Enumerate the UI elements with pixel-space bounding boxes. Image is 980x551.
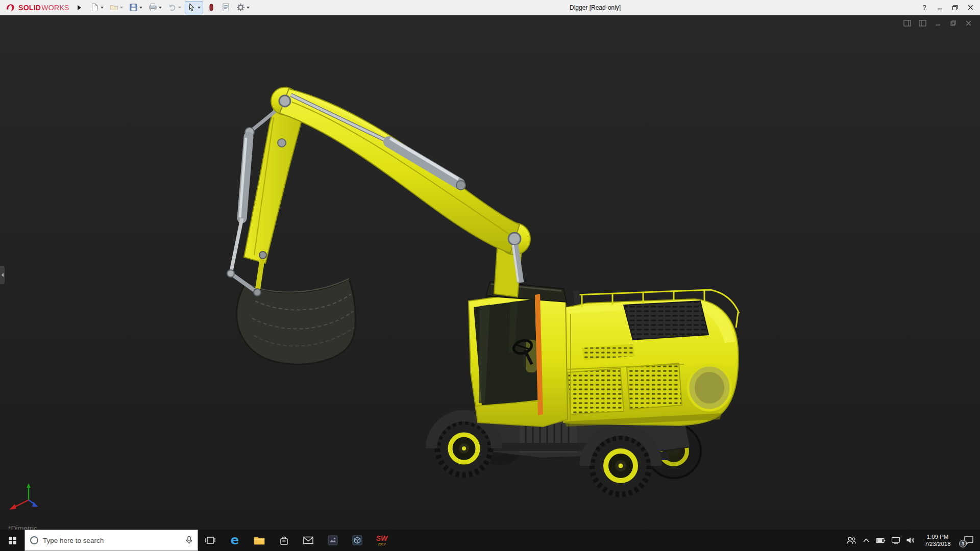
mail-envelope-icon	[303, 536, 313, 544]
solidworks-app-button[interactable]: SW 2017	[370, 530, 394, 551]
dropdown-caret-icon	[178, 7, 181, 9]
select-tool-button[interactable]	[185, 2, 203, 14]
edge-icon: e	[231, 533, 239, 547]
dropdown-caret-icon	[198, 7, 201, 9]
image-app-button[interactable]	[321, 530, 345, 551]
clock-date: 7/23/2018	[918, 540, 958, 547]
open-folder-icon	[110, 3, 118, 12]
restore-button[interactable]	[947, 0, 963, 15]
save-floppy-icon	[129, 3, 138, 12]
gear-icon	[236, 3, 245, 12]
action-center-button[interactable]: 3	[958, 530, 980, 551]
doc-minimize-icon[interactable]	[933, 19, 942, 27]
speaker-icon	[906, 537, 915, 544]
cube-app-button[interactable]	[345, 530, 370, 551]
help-button[interactable]: ?	[917, 0, 932, 15]
doc-restore-icon[interactable]	[948, 19, 958, 27]
doc-close-icon[interactable]	[964, 19, 973, 27]
view-orientation-label: *Dimetric	[8, 524, 37, 530]
window-controls: ?	[917, 0, 978, 15]
edge-button[interactable]: e	[223, 530, 247, 551]
windows-logo-icon	[8, 536, 17, 545]
pane-icon[interactable]	[902, 19, 912, 27]
document-title: Digger [Read-only]	[570, 4, 621, 11]
new-document-icon	[90, 3, 99, 12]
hidden-icons-button[interactable]	[859, 530, 873, 551]
battery-icon	[876, 538, 886, 543]
search-input[interactable]	[43, 537, 181, 544]
cube-app-icon	[352, 535, 362, 545]
battery-button[interactable]	[873, 530, 888, 551]
logo-text-works: WORKS	[41, 4, 69, 12]
start-button[interactable]	[0, 530, 24, 551]
dropdown-caret-icon	[101, 7, 104, 9]
print-button[interactable]	[146, 2, 164, 14]
microphone-icon[interactable]	[185, 536, 193, 545]
network-icon	[891, 537, 900, 544]
chevron-up-icon	[863, 538, 870, 543]
restore-icon	[952, 5, 958, 11]
system-tray: 1:09 PM 7/23/2018 3	[844, 530, 980, 551]
network-button[interactable]	[888, 530, 903, 551]
undo-arrow-icon	[168, 3, 177, 12]
clock-time: 1:09 PM	[918, 533, 958, 540]
close-icon	[968, 5, 973, 10]
3ds-swoosh-icon	[5, 3, 16, 13]
print-icon	[149, 3, 157, 12]
pane-icon[interactable]	[918, 19, 927, 27]
minimize-button[interactable]	[932, 0, 947, 15]
solidworks-logo: SOLID WORKS	[2, 3, 72, 13]
model-cab[interactable]	[469, 282, 568, 427]
notification-badge: 3	[959, 540, 967, 547]
people-icon	[846, 536, 856, 544]
file-properties-button[interactable]	[219, 2, 232, 14]
minimize-icon	[937, 5, 943, 10]
new-document-button[interactable]	[88, 2, 106, 14]
appearance-button[interactable]	[205, 2, 217, 14]
quick-toolbar	[88, 2, 252, 14]
menu-expand-icon[interactable]	[78, 5, 81, 10]
task-pane-handle[interactable]	[0, 266, 5, 284]
document-window-controls	[902, 19, 973, 27]
task-view-icon	[205, 536, 215, 545]
file-explorer-button[interactable]	[247, 530, 272, 551]
solidworks-app-icon: SW 2017	[376, 535, 388, 546]
dropdown-caret-icon	[120, 7, 123, 9]
taskbar-search[interactable]	[24, 530, 198, 551]
cortana-circle-icon	[30, 536, 39, 545]
model-upper-body[interactable]	[564, 290, 739, 427]
dropdown-caret-icon	[247, 7, 250, 9]
dropdown-caret-icon	[139, 7, 142, 9]
options-button[interactable]	[234, 2, 252, 14]
undo-button[interactable]	[166, 2, 183, 14]
titlebar: SOLID WORKS	[0, 0, 980, 15]
volume-button[interactable]	[903, 530, 918, 551]
folder-icon	[254, 536, 265, 545]
dropdown-caret-icon	[159, 7, 162, 9]
image-app-icon	[328, 535, 338, 545]
digger-3d-model[interactable]	[0, 15, 980, 530]
collapse-arrow-icon	[2, 273, 4, 277]
appearance-icon	[207, 3, 215, 12]
orientation-triad	[6, 482, 47, 517]
store-button[interactable]	[272, 530, 296, 551]
file-properties-icon	[222, 3, 230, 12]
taskbar-clock[interactable]: 1:09 PM 7/23/2018	[918, 530, 958, 551]
close-button[interactable]	[963, 0, 978, 15]
save-button[interactable]	[127, 2, 144, 14]
select-cursor-icon	[187, 3, 196, 12]
people-button[interactable]	[844, 530, 859, 551]
mail-button[interactable]	[296, 530, 321, 551]
graphics-viewport[interactable]: *Dimetric	[0, 15, 980, 530]
model-boom-arm[interactable]	[271, 87, 530, 255]
task-view-button[interactable]	[198, 530, 223, 551]
taskbar: e SW 2	[0, 530, 980, 551]
open-button[interactable]	[108, 2, 125, 14]
logo-text-solid: SOLID	[18, 4, 41, 12]
store-bag-icon	[279, 536, 289, 545]
